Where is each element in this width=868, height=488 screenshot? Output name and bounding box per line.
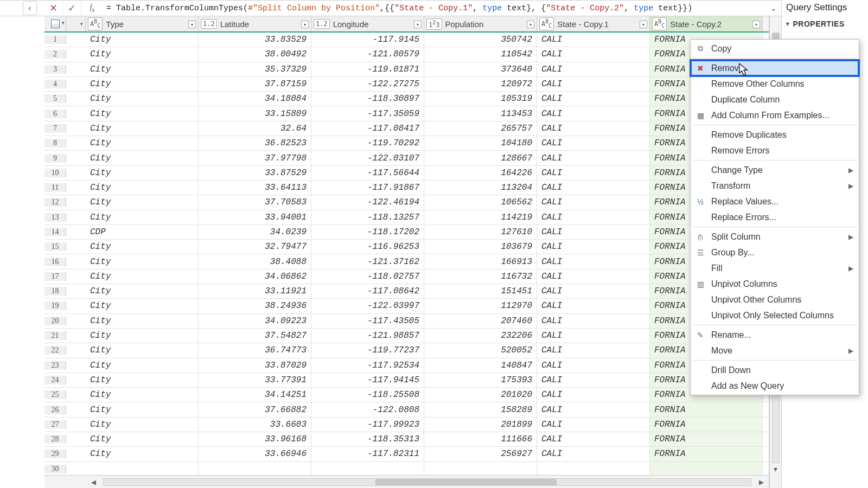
cell-state-copy-1[interactable]: CALI xyxy=(537,166,650,180)
cell-type[interactable]: City xyxy=(86,447,199,461)
cell-type[interactable]: City xyxy=(86,388,199,402)
table-row[interactable]: 13City33.94001-118.13257114219CALIFORNIA xyxy=(44,210,769,225)
cell-state-copy-1[interactable]: CALI xyxy=(537,62,650,76)
cell-population[interactable]: 232206 xyxy=(424,329,537,343)
cell-longitude[interactable]: -122.27275 xyxy=(311,77,424,91)
table-row[interactable]: 30 xyxy=(44,462,769,475)
cell-latitude[interactable]: 33.87029 xyxy=(199,358,311,373)
column-header-state-copy-1[interactable]: ABC State - Copy.1 ▾ xyxy=(537,16,650,31)
data-grid[interactable]: 1City33.83529-117.9145350742CALIFORNIA2C… xyxy=(44,33,769,475)
table-row[interactable]: 27City33.6603-117.99923201899CALIFORNIA xyxy=(44,418,769,432)
cell-type[interactable]: City xyxy=(86,151,199,165)
cell-population[interactable]: 128667 xyxy=(424,151,537,165)
cell-latitude[interactable]: 34.18084 xyxy=(199,92,311,106)
cell-latitude[interactable]: 34.14251 xyxy=(199,388,311,402)
cell-population[interactable]: 106562 xyxy=(424,195,537,209)
cell-state-copy-1[interactable]: CALI xyxy=(537,92,650,106)
cell-type[interactable]: City xyxy=(86,106,199,120)
cell-type[interactable]: City xyxy=(86,47,199,61)
cell-type[interactable]: City xyxy=(86,136,199,150)
cell-longitude[interactable]: -117.92534 xyxy=(311,358,424,373)
cell-state-copy-1[interactable]: CALI xyxy=(537,195,650,209)
cell-population[interactable]: 256927 xyxy=(424,447,537,461)
cell-latitude[interactable]: 34.0239 xyxy=(199,225,311,239)
menu-remove[interactable]: ✖Remove xyxy=(691,60,859,76)
cell-latitude[interactable]: 35.37329 xyxy=(199,62,311,76)
cell-state-copy-1[interactable]: CALI xyxy=(537,77,650,91)
cell-type[interactable]: City xyxy=(86,210,199,224)
cell-state-copy-1[interactable]: CALI xyxy=(537,106,650,120)
cell-longitude[interactable]: -118.30897 xyxy=(311,92,424,106)
cell-population[interactable]: 110542 xyxy=(424,47,537,61)
cell-state-copy-2[interactable]: FORNIA xyxy=(650,418,763,432)
cell-population[interactable]: 201020 xyxy=(424,388,537,402)
menu-remove-duplicates[interactable]: Remove Duplicates xyxy=(691,127,859,143)
filter-drop-icon[interactable]: ▾ xyxy=(301,21,309,28)
cell-latitude[interactable]: 32.64 xyxy=(199,121,311,136)
filter-drop-icon[interactable]: ▾ xyxy=(640,21,647,28)
cell-longitude[interactable]: -117.9145 xyxy=(311,33,424,47)
cell-state-copy-1[interactable]: CALI xyxy=(537,284,650,298)
cell-population[interactable]: 103679 xyxy=(424,240,537,254)
properties-section-header[interactable]: PROPERTIES xyxy=(786,20,864,28)
cell-state-copy-1[interactable]: CALI xyxy=(537,402,650,416)
nav-back-button[interactable]: ‹ xyxy=(23,1,37,15)
cell-type[interactable]: City xyxy=(86,92,199,106)
formula-accept-button[interactable]: ✓ xyxy=(63,1,81,16)
menu-rename[interactable]: ✎Rename... xyxy=(691,327,859,343)
column-header-longitude[interactable]: 1.2 Longitude ▾ xyxy=(311,16,424,31)
cell-state-copy-1[interactable]: CALI xyxy=(537,358,650,373)
cell-latitude[interactable]: 33.6603 xyxy=(199,418,311,432)
cell-longitude[interactable]: -117.56644 xyxy=(311,166,424,180)
cell-longitude[interactable]: -116.96253 xyxy=(311,240,424,254)
cell-state-copy-1[interactable]: CALI xyxy=(537,47,650,61)
cell-state-copy-1[interactable]: CALI xyxy=(537,151,650,165)
cell-latitude[interactable]: 37.87159 xyxy=(199,77,311,91)
table-row[interactable]: 6City33.15809-117.35059113453CALIFORNIA xyxy=(44,106,769,121)
cell-type[interactable]: City xyxy=(86,166,199,180)
table-row[interactable]: 16City38.4088-121.37162166913CALIFORNIA xyxy=(44,254,769,269)
cell-state-copy-2[interactable] xyxy=(650,462,763,475)
cell-population[interactable]: 113453 xyxy=(424,106,537,120)
cell-state-copy-1[interactable]: CALI xyxy=(537,240,650,254)
cell-latitude[interactable]: 36.74773 xyxy=(199,343,311,357)
cell-longitude[interactable]: -122.03997 xyxy=(311,299,424,313)
cell-latitude[interactable] xyxy=(199,462,311,475)
cell-longitude[interactable]: -118.35313 xyxy=(311,432,424,446)
cell-latitude[interactable]: 34.06862 xyxy=(199,269,311,284)
formula-input[interactable]: = Table.TransformColumnTypes(#"Split Col… xyxy=(103,1,766,16)
cell-population[interactable]: 116732 xyxy=(424,269,537,284)
table-row[interactable]: 28City33.96168-118.35313111666CALIFORNIA xyxy=(44,432,769,447)
cell-state-copy-1[interactable] xyxy=(537,462,650,475)
cell-longitude[interactable]: -117.99923 xyxy=(311,418,424,432)
cell-population[interactable]: 104180 xyxy=(424,136,537,150)
cell-latitude[interactable]: 33.64113 xyxy=(199,181,311,195)
table-row[interactable]: 2City38.00492-121.80579110542CALIFORNIA xyxy=(44,47,769,62)
table-row[interactable]: 25City34.14251-118.25508201020CALIFORNIA xyxy=(44,388,769,402)
menu-remove-errors[interactable]: Remove Errors xyxy=(691,143,859,158)
cell-population[interactable]: 127610 xyxy=(424,225,537,239)
cell-type[interactable]: City xyxy=(86,269,199,284)
cell-latitude[interactable]: 33.15809 xyxy=(199,106,311,120)
cell-state-copy-1[interactable]: CALI xyxy=(537,254,650,268)
cell-longitude[interactable]: -117.94145 xyxy=(311,373,424,387)
cell-latitude[interactable]: 33.94001 xyxy=(199,210,311,224)
cell-type[interactable]: City xyxy=(86,240,199,254)
cell-latitude[interactable]: 33.77391 xyxy=(199,373,311,387)
cell-state-copy-2[interactable]: FORNIA xyxy=(650,432,763,446)
cell-latitude[interactable]: 33.11921 xyxy=(199,284,311,298)
menu-duplicate-column[interactable]: Duplicate Column xyxy=(691,92,859,107)
cell-state-copy-1[interactable]: CALI xyxy=(537,136,650,150)
cell-population[interactable]: 201899 xyxy=(424,418,537,432)
filter-drop-icon[interactable]: ▾ xyxy=(414,21,422,28)
cell-state-copy-1[interactable]: CALI xyxy=(537,343,650,357)
cell-longitude[interactable]: -121.80579 xyxy=(311,47,424,61)
cell-type[interactable]: City xyxy=(86,314,199,328)
cell-type[interactable]: City xyxy=(86,373,199,387)
cell-population[interactable]: 112970 xyxy=(424,299,537,313)
cell-population[interactable]: 140847 xyxy=(424,358,537,373)
menu-unpivot-other-columns[interactable]: Unpivot Other Columns xyxy=(691,292,859,307)
cell-population[interactable]: 113204 xyxy=(424,181,537,195)
table-row[interactable]: 22City36.74773-119.77237520052CALIFORNIA xyxy=(44,343,769,358)
table-row[interactable]: 21City37.54827-121.98857232206CALIFORNIA xyxy=(44,329,769,343)
